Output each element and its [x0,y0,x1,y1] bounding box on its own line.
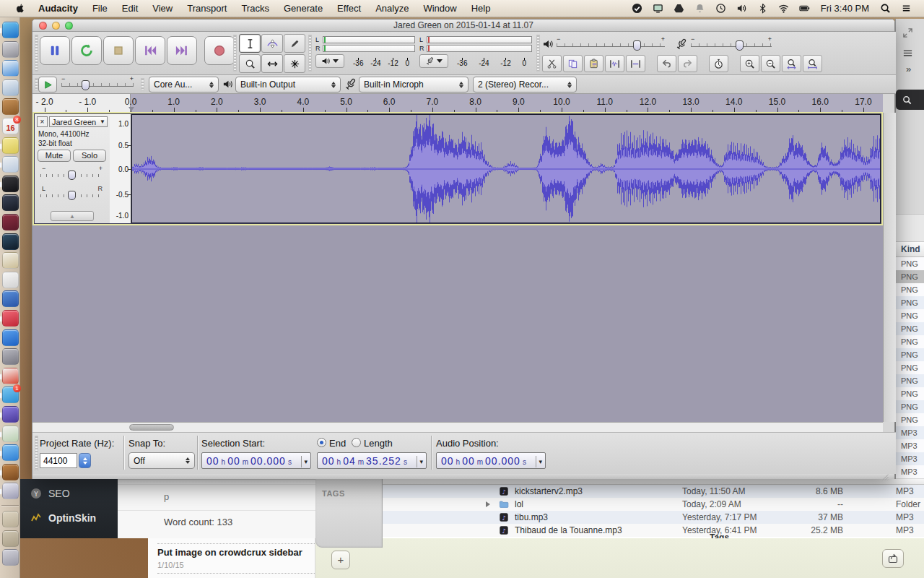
menu-item-effect[interactable]: Effect [330,0,368,17]
dock-numbers-icon[interactable] [2,272,19,288]
playback-meter-button[interactable] [315,54,344,68]
dock-document-2-icon[interactable] [2,530,19,547]
dock-skype-icon[interactable]: 1 [2,387,19,403]
paste-button[interactable] [584,55,603,72]
zoom-out-button[interactable] [761,55,780,72]
expand-icon[interactable] [902,27,913,38]
kind-cell[interactable]: PNG [896,322,924,335]
menu-item-edit[interactable]: Edit [115,0,145,17]
menu-item-transport[interactable]: Transport [180,0,234,17]
kind-cell[interactable]: PNG [896,400,924,413]
disclosure-triangle-icon[interactable] [486,501,493,507]
field-caret[interactable]: ▾ [536,456,544,467]
display-icon[interactable] [653,3,663,14]
battery-icon[interactable] [799,3,810,14]
file-row[interactable]: ♪tibu.mp3Yesterday, 7:17 PM37 MBMP3 [383,511,924,524]
kind-cell[interactable]: PNG [896,283,924,296]
toolbar-grip[interactable] [35,436,38,471]
undo-button[interactable] [657,55,676,72]
selection-end-field[interactable]: 00h 04m 35.252s ▾ [317,452,427,469]
menu-item-view[interactable]: View [145,0,180,17]
close-button[interactable] [39,22,47,30]
notification-center-icon[interactable] [901,3,912,14]
transcription-speed-slider[interactable]: − + [61,77,134,90]
rewind-button[interactable] [135,36,165,65]
kind-cell[interactable]: PNG [896,335,924,348]
kind-cell[interactable]: PNG [896,374,924,387]
field-caret[interactable]: ▾ [417,456,424,467]
wp-sidebar-item-seo[interactable]: YSEO [30,488,70,499]
dock-media-converter-icon[interactable] [2,426,19,442]
forward-button[interactable] [167,36,197,65]
audio-position-field[interactable]: 00h 00m 00.000s ▾ [436,452,546,469]
dock-finder-icon[interactable] [2,22,19,38]
end-radio[interactable] [317,438,326,447]
dock-audacity-icon[interactable] [2,406,19,423]
file-row[interactable]: lolToday, 2:09 AM--Folder [383,498,924,511]
recording-meter[interactable]: L R -36-24-120 [419,35,532,72]
kind-cell[interactable]: PNG [896,270,924,283]
dock-garageband-icon[interactable] [2,464,19,480]
input-device-dropdown[interactable]: Built-in Microph [359,77,468,92]
kind-cell[interactable]: PNG [896,387,924,400]
toolbar-grip[interactable] [536,35,540,72]
toolbar-overflow-chevrons[interactable]: » [906,64,911,74]
gain-slider[interactable]: − + [40,165,104,182]
hamburger-icon[interactable] [902,48,913,59]
track-collapse-button[interactable]: ▲ [51,211,94,221]
slider-thumb[interactable] [68,171,76,180]
audio-host-dropdown[interactable]: Core Au... [149,77,219,92]
selection-start-field[interactable]: 00h 00m 00.000s ▾ [201,452,311,469]
slider-thumb[interactable] [68,191,76,200]
dock-itunes-icon[interactable] [2,310,19,327]
dock-photo-booth-icon[interactable] [2,194,19,211]
resize-grip-icon[interactable] [881,473,891,483]
field-caret[interactable]: ▾ [301,456,309,467]
kind-cell[interactable]: PNG [896,413,924,426]
dock-system-preferences-icon[interactable] [2,348,19,365]
vertical-scrollbar[interactable] [883,113,896,422]
kind-cell[interactable]: PNG [896,361,924,374]
toolbar-grip[interactable] [35,35,38,72]
menu-item-tracks[interactable]: Tracks [234,0,276,17]
wp-sidebar-item-optinskin[interactable]: OptinSkin [30,512,96,524]
track-name-dropdown[interactable]: Jared Green▼ [49,116,108,127]
kind-cell[interactable]: MP3 [896,465,924,478]
toolbar-grip[interactable] [308,35,312,72]
minimize-button[interactable] [52,22,60,30]
selection-tool-button[interactable] [239,34,261,53]
dock-iphoto-icon[interactable] [2,233,19,250]
pan-slider[interactable]: L R [40,185,104,202]
silence-button[interactable] [626,55,645,72]
output-volume-slider[interactable]: − + [557,38,665,51]
length-radio-label[interactable]: Length [364,438,393,449]
timeshift-tool-button[interactable] [261,54,283,73]
kind-cell[interactable]: PNG [896,257,924,270]
google-drive-icon[interactable] [674,3,684,14]
kind-cell[interactable]: PNG [896,296,924,309]
horizontal-scrollbar[interactable] [32,422,883,432]
spotlight-icon[interactable] [880,3,891,14]
mute-button[interactable]: Mute [38,150,71,162]
recording-meter-button[interactable] [419,54,448,68]
file-row[interactable]: ♪kickstarterv2.mp3Today, 11:50 AM8.6 MBM… [383,485,924,498]
sync-lock-button[interactable] [709,55,728,72]
file-row[interactable]: ♪Thibaud de la Touanne.mp3Yesterday, 6:4… [383,524,924,537]
menu-item-window[interactable]: Window [416,0,463,17]
scrollbar-thumb[interactable] [129,424,174,431]
zoom-tool-button[interactable] [239,54,261,73]
project-rate-input[interactable] [40,453,77,468]
track-area[interactable]: × Jared Green▼ Mono, 44100Hz 32-bit floa… [32,113,883,422]
kind-cell[interactable]: MP3 [896,439,924,452]
wifi-icon[interactable] [778,3,789,14]
dock-trash-icon[interactable] [2,549,19,566]
snap-to-dropdown[interactable]: Off [128,452,195,469]
input-volume-slider[interactable]: − + [691,38,772,51]
audio-track[interactable]: × Jared Green▼ Mono, 44100Hz 32-bit floa… [34,113,881,224]
share-button[interactable] [882,549,904,568]
dock-launchpad-icon[interactable] [2,41,19,58]
waveform-canvas[interactable] [131,114,881,223]
dock-mail-icon[interactable] [2,79,19,96]
dock-preview-icon[interactable] [2,156,19,173]
add-reminder-button[interactable]: + [331,551,350,569]
